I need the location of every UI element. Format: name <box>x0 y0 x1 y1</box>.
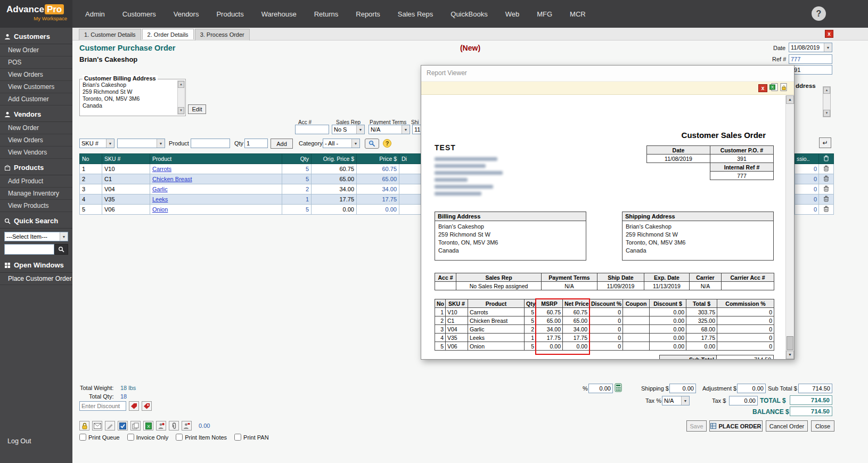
add-product-button[interactable]: Add <box>271 139 293 149</box>
clear-discount-icon[interactable] <box>142 401 152 411</box>
calculator-icon[interactable] <box>615 383 622 394</box>
sidebar-item[interactable]: View Products <box>0 200 72 212</box>
open-window-item[interactable]: Place Customer Order <box>0 273 72 285</box>
discount-input[interactable] <box>79 401 126 411</box>
item-price[interactable]: 0.00 <box>357 205 399 215</box>
print-option[interactable]: Print Queue <box>79 434 120 441</box>
sidebar-item[interactable]: View Orders <box>0 69 72 81</box>
logout-button[interactable]: Log Out <box>7 437 31 445</box>
tab-process-order[interactable]: 3. Process Order <box>195 29 250 40</box>
print-option-checkbox[interactable] <box>127 434 134 441</box>
scroll-down-icon[interactable]: ▼ <box>786 351 794 359</box>
edit-billing-button[interactable]: Edit <box>188 104 206 114</box>
shipping-address-scrollbar[interactable]: ▲ ▼ <box>823 86 831 117</box>
scroll-down-icon[interactable]: ▼ <box>823 110 830 117</box>
report-close-icon[interactable]: x <box>758 84 767 92</box>
print-option-checkbox[interactable] <box>79 434 86 441</box>
print-option[interactable]: Print Item Notes <box>176 434 227 441</box>
item-price[interactable]: 34.00 <box>357 184 399 194</box>
sales-rep-select[interactable]: No S▼ <box>332 125 365 134</box>
sku-select[interactable]: ▼ <box>117 139 165 148</box>
payment-terms-select[interactable]: N/A▼ <box>369 125 410 134</box>
nav-item[interactable]: Returns <box>314 10 339 18</box>
item-qty[interactable]: 5 <box>282 205 312 215</box>
print-option[interactable]: Print PAN <box>234 434 268 441</box>
nav-item[interactable]: MFG <box>537 10 552 18</box>
export-excel-icon[interactable]: X <box>769 83 778 93</box>
product-link[interactable]: Leeks <box>152 196 168 202</box>
billing-address-scrollbar[interactable]: ▲ ▼ <box>177 80 185 115</box>
delete-item-button[interactable] <box>819 194 834 205</box>
delete-item-button[interactable] <box>819 164 834 174</box>
checked-note-icon[interactable] <box>118 421 128 430</box>
nav-item[interactable]: Admin <box>85 10 105 18</box>
nav-item[interactable]: Warehouse <box>261 10 297 18</box>
scroll-down-icon[interactable]: ▼ <box>178 107 184 114</box>
attachment-icon[interactable] <box>169 421 179 430</box>
print-option-checkbox[interactable] <box>176 434 183 441</box>
copy-icon[interactable] <box>130 421 141 430</box>
subtotal-input[interactable] <box>798 384 832 393</box>
nav-item[interactable]: Vendors <box>174 10 199 18</box>
scroll-up-icon[interactable]: ▲ <box>178 81 184 88</box>
sidebar-item[interactable]: New Order <box>0 122 72 134</box>
item-qty[interactable]: 5 <box>282 164 312 174</box>
search-help-icon[interactable]: ? <box>383 139 391 148</box>
close-button[interactable]: Close <box>811 420 834 432</box>
sidebar-item[interactable]: View Orders <box>0 134 72 147</box>
scrollbar-thumb[interactable] <box>787 336 793 350</box>
item-qty[interactable]: 5 <box>282 174 312 184</box>
quick-search-button[interactable] <box>54 244 68 255</box>
item-commission[interactable]: 0 <box>795 174 819 184</box>
report-scrollbar[interactable]: ▲ ▼ <box>785 95 794 359</box>
percent-input[interactable] <box>588 384 613 393</box>
apply-discount-icon[interactable] <box>129 401 139 411</box>
sidebar-item[interactable]: Add Product <box>0 175 72 188</box>
enter-icon[interactable]: ↵ <box>819 137 831 148</box>
sidebar-item[interactable]: Manage Inventory <box>0 188 72 200</box>
item-commission[interactable]: 0 <box>795 194 819 205</box>
export-lock-icon[interactable] <box>780 83 788 93</box>
tax-input[interactable] <box>729 396 758 405</box>
order-date-select[interactable]: 11/08/2019▼ <box>789 43 832 52</box>
product-link[interactable]: Garlic <box>152 186 168 192</box>
item-commission[interactable]: 0 <box>795 184 819 194</box>
delete-item-button[interactable] <box>819 205 834 215</box>
nav-item[interactable]: MCR <box>570 10 586 18</box>
adjustment-input[interactable] <box>737 384 766 393</box>
product-link[interactable]: Carrots <box>152 166 171 172</box>
print-option[interactable]: Invoice Only <box>127 434 169 441</box>
cancel-order-button[interactable]: Cancel Order <box>766 420 808 432</box>
product-search-button[interactable] <box>365 139 379 149</box>
item-price[interactable]: 60.75 <box>357 164 399 174</box>
print-option-checkbox[interactable] <box>234 434 241 441</box>
export-excel-icon[interactable]: X <box>143 421 153 430</box>
customer-flag-icon[interactable] <box>182 421 192 430</box>
save-button[interactable]: Save <box>686 420 707 432</box>
sku-mode-select[interactable]: SKU #▼ <box>79 139 114 148</box>
qty-input[interactable] <box>244 139 268 148</box>
sidebar-item[interactable]: Add Customer <box>0 93 72 105</box>
tax-percent-select[interactable]: N/A▼ <box>662 396 690 405</box>
sidebar-item[interactable]: View Vendors <box>0 147 72 159</box>
customer-info-icon[interactable] <box>156 421 166 430</box>
tab-order-details[interactable]: 2. Order Details <box>142 29 194 39</box>
category-select[interactable]: - All -▼ <box>323 139 360 148</box>
item-price[interactable]: 17.75 <box>357 194 399 205</box>
item-qty[interactable]: 1 <box>282 194 312 205</box>
internal-ref-input[interactable] <box>789 65 832 75</box>
product-link[interactable]: Onion <box>152 206 168 213</box>
sidebar-item[interactable]: View Customers <box>0 81 72 93</box>
delete-item-button[interactable] <box>819 184 834 194</box>
scroll-up-icon[interactable]: ▲ <box>786 95 794 104</box>
tab-customer-details[interactable]: 1. Customer Details <box>79 29 141 40</box>
shipping-input[interactable] <box>669 384 696 393</box>
sidebar-item[interactable]: New Order <box>0 44 72 56</box>
ref-input[interactable] <box>789 54 832 64</box>
nav-item[interactable]: Reports <box>356 10 380 18</box>
scroll-up-icon[interactable]: ▲ <box>823 87 830 94</box>
nav-item[interactable]: Customers <box>122 10 156 18</box>
nav-item[interactable]: Web <box>505 10 520 18</box>
item-commission[interactable]: 0 <box>795 205 819 215</box>
nav-item[interactable]: Sales Reps <box>398 10 433 18</box>
